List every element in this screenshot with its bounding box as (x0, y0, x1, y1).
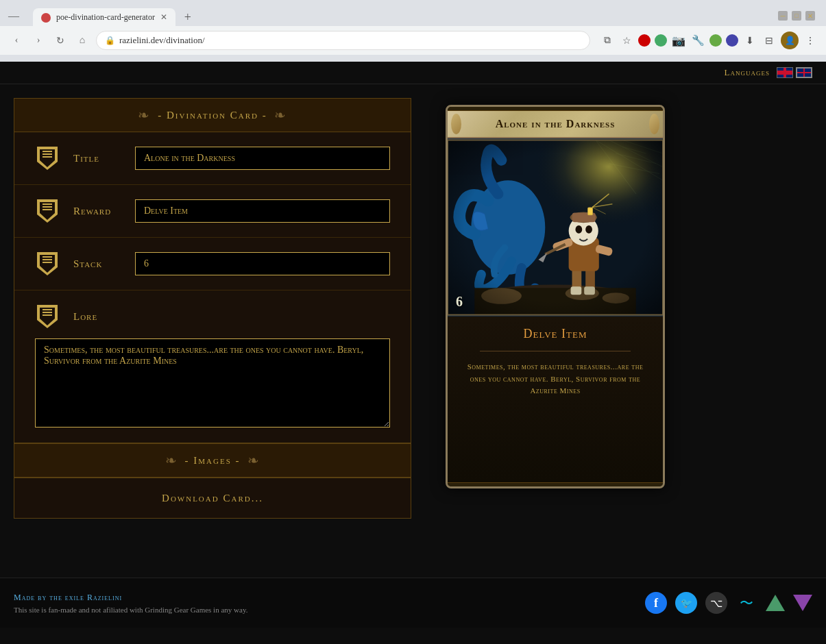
lore-textarea[interactable]: Sometimes, the most beautiful treasures.… (35, 338, 390, 428)
ext6-icon[interactable] (726, 34, 738, 47)
title-bar: — poe-divination-card-generator ✕ + ─ □ … (0, 0, 826, 26)
page: Languages ❧ - Divination Card - ❧ (0, 62, 826, 644)
card-stack-number: 6 (456, 294, 463, 310)
svg-rect-7 (42, 209, 52, 210)
card-lore: Sometimes, the most beautiful treasures.… (461, 361, 649, 397)
divination-card-preview: Alone in the Darkness (446, 105, 665, 488)
tailwind-icon-text: 〜 (740, 594, 753, 612)
reload-btn[interactable]: ↻ (52, 32, 69, 49)
uk-flag[interactable] (796, 67, 812, 78)
languages-label: Languages (725, 67, 770, 78)
browser-chrome: — poe-divination-card-generator ✕ + ─ □ … (0, 0, 826, 62)
browser-icons: ⧉ ☆ 📷 🔧 ⬇ ⊟ 👤 ⋮ (600, 32, 818, 49)
close-window-btn[interactable]: ✕ (805, 11, 815, 21)
tab-title: poe-divination-card-generator (56, 12, 155, 23)
svg-rect-8 (42, 206, 52, 208)
title-input[interactable] (135, 147, 390, 170)
en-flag[interactable] (777, 67, 793, 78)
footer-icons: f 🐦 ⌥ 〜 (645, 592, 812, 614)
divination-card-form: ❧ - Divination Card - ❧ (14, 98, 411, 443)
ext3-icon[interactable]: 📷 (671, 33, 686, 48)
images-title: - Images - (185, 455, 241, 467)
svg-rect-19 (42, 309, 52, 310)
panel-title: - Divination Card - (158, 110, 267, 121)
download-icon[interactable]: ⬇ (742, 33, 757, 48)
reward-section: Reward (14, 185, 411, 238)
footer-text-area: Made by the exile Razielini This site is… (14, 593, 247, 614)
twitter-icon-text: 🐦 (681, 597, 692, 609)
footer-disclaimer: This site is fan-made and not afiliated … (14, 606, 247, 614)
card-art-svg (448, 138, 663, 317)
shield-icon-lore (37, 305, 58, 328)
download-section: Download Card... (14, 478, 411, 519)
ext1-icon[interactable] (638, 34, 651, 47)
card-frame-bottom (448, 482, 663, 486)
facebook-icon-text: f (654, 596, 658, 610)
card-art-area: 6 (448, 138, 663, 317)
triangle-down-icon[interactable] (793, 595, 812, 611)
translate-icon[interactable]: ⧉ (600, 33, 615, 48)
svg-rect-14 (42, 256, 52, 258)
svg-rect-3 (42, 153, 52, 155)
svg-rect-12 (42, 262, 52, 263)
reward-icon (35, 197, 60, 225)
svg-rect-17 (42, 314, 52, 316)
images-section: ❧ - Images - ❧ (14, 443, 411, 478)
lore-icon (35, 303, 60, 330)
stack-label: Stack (73, 258, 121, 270)
title-label: Title (73, 153, 121, 164)
lore-label: Lore (73, 311, 121, 323)
bookmark-icon[interactable]: ☆ (619, 33, 634, 48)
menu-icon[interactable]: ⋮ (803, 33, 818, 48)
home-btn[interactable]: ⌂ (74, 32, 90, 49)
tab-close-btn[interactable]: ✕ (160, 12, 167, 23)
new-tab-btn[interactable]: + (178, 8, 197, 27)
address-bar-row: ‹ › ↻ ⌂ 🔒 razielini.dev/divination/ ⧉ ☆ … (0, 26, 826, 55)
card-bottom: Delve Item Sometimes, the most beautiful… (448, 317, 663, 482)
triangle-up-icon[interactable] (766, 595, 785, 611)
svg-rect-18 (42, 312, 52, 313)
twitter-icon[interactable]: 🐦 (675, 592, 697, 614)
maximize-window-btn[interactable]: □ (792, 11, 801, 21)
ext2-icon[interactable] (655, 34, 667, 47)
tailwind-icon[interactable]: 〜 (736, 592, 757, 614)
right-panel: Alone in the Darkness (432, 98, 679, 564)
title-section: Title (14, 132, 411, 185)
reward-row: Reward (35, 197, 390, 225)
shield-icon (37, 147, 58, 170)
facebook-icon[interactable]: f (645, 592, 667, 614)
header-dec-left: ❧ (138, 107, 151, 123)
github-icon-text: ⌥ (710, 597, 722, 610)
panel-header: ❧ - Divination Card - ❧ (14, 99, 411, 132)
active-tab[interactable]: poe-divination-card-generator ✕ (33, 8, 175, 27)
address-input[interactable]: 🔒 razielini.dev/divination/ (96, 31, 590, 50)
shield-icon-stack (37, 252, 58, 275)
download-card-btn[interactable]: Download Card... (162, 493, 263, 504)
sidebar-icon[interactable]: ⊟ (762, 33, 777, 48)
stack-section: Stack (14, 238, 411, 290)
svg-rect-2 (42, 156, 52, 158)
profile-avatar[interactable]: 👤 (781, 32, 799, 49)
site-header: Languages (0, 62, 826, 84)
images-dec-left: ❧ (165, 452, 178, 469)
site-footer: Made by the exile Razielini This site is… (0, 578, 826, 628)
minimize-window-btn[interactable]: ─ (778, 11, 788, 21)
tab-bar: poe-divination-card-generator ✕ + (27, 8, 778, 27)
header-dec-right: ❧ (274, 107, 287, 123)
ext4-icon[interactable]: 🔧 (690, 33, 705, 48)
url-text: razielini.dev/divination/ (119, 35, 205, 46)
reward-input[interactable] (135, 199, 390, 223)
ext5-icon[interactable] (709, 34, 722, 47)
back-btn[interactable]: ‹ (8, 32, 25, 49)
card-divider (480, 351, 630, 351)
stack-input[interactable] (135, 252, 390, 275)
images-dec-right: ❧ (247, 452, 260, 469)
tab-favicon (41, 13, 51, 23)
github-icon[interactable]: ⌥ (705, 592, 727, 614)
minimize-btn[interactable]: — (5, 8, 22, 24)
reward-label: Reward (73, 206, 121, 217)
main-content: ❧ - Divination Card - ❧ (0, 84, 826, 578)
title-icon (35, 145, 60, 172)
forward-btn[interactable]: › (30, 32, 47, 49)
title-row: Title (35, 145, 390, 172)
